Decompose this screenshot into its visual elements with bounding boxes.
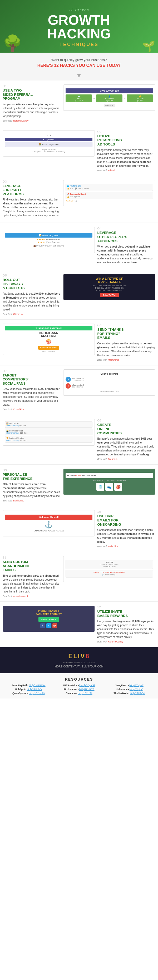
community-post-3: 🏆 Featured Member#brandhashtag · 89 like… [5,436,93,442]
resource-item-3: YangFeast - bit.ly/1TulyeT [105,684,154,687]
ref-send: 📨Sendyour card [65,94,92,102]
facebook-icon[interactable]: f [40,623,45,628]
hack-07-mockup: Copy Followers A @competitor11.2k follow… [63,369,155,396]
resource-item-1: SumoPayRoll - bit.ly/1VPN7OY [4,684,53,687]
resource-link-8[interactable]: bit.ly/1D2zrTL [78,692,93,695]
social-avatar-1: A [65,377,71,382]
resource-link-5[interactable]: bit.ly/1KbGRTi [79,688,94,690]
hack-03-body: Find websites, blogs, directories, apps,… [3,197,61,217]
hack-10-body: Companies that automate lead nurturing e… [97,528,155,544]
ref-logo-mashable: Mashable [104,103,115,107]
hack-08-tool: Best tool: Gleam.io [97,458,155,460]
hack-11-mockup: 10% OFF THERE'S SOMETHINGIN YOUR CART EM… [63,556,155,582]
social-info-1: @competitor11.2k followers [72,377,84,381]
hack-03-section: O3 LEVERAGE3RD PARTYPLATFORMS Find websi… [0,176,158,223]
hack-12-title: UTILIZE INVITEBASED REWARDS [97,609,155,618]
giveaway-mockup: WIN A LIFETIME OFMOVIE TICKETS JOIN OUR … [63,274,155,300]
resource-link-3[interactable]: bit.ly/1TulyeT [129,684,144,687]
resource-label-5: Pitchstarket - [64,688,79,690]
plant-icon: 🌱 [142,40,155,52]
product-3: 🎒 [114,483,122,491]
drip-header: Welcome Aboard! [5,515,93,520]
hack-07-number: O7 [3,369,61,372]
tree-icon: 🌳 [3,34,22,52]
platform-rating: ★★★★★ 4.8 [65,200,153,202]
audience-rating-2: ★★★★☆ Press Coverage [38,241,59,243]
retarget-number: 2.76 [46,134,51,137]
referral-steps: 📨Sendyour card → 👤Your friendsigns up → … [65,94,153,102]
resource-label-9: TheNextWeb - [113,692,130,695]
abandon-email-2: EMAIL: YOU FORGOT SOMETHING! 🛒 Items wai… [65,570,153,578]
retarget-ad-banner: ● Targeted Ad [5,138,93,141]
referral-mockup: Give $20 Get $20 📨Sendyour card → 👤Your … [63,84,155,111]
send-thanks-btn[interactable]: SEND THANKS [42,351,55,353]
audience-followers: 💼 #YOURPRODUCT · 315 following [34,245,64,247]
personalize-name: Brian [75,474,81,477]
hack-08-body: Burberry's ecommerce sales surged 50% ye… [97,437,155,457]
hacks-headline: HERE'S 12 HACKS YOU CAN USE TODAY [8,63,150,68]
hack-12-number: 12 [97,606,155,609]
footer-logo: ELIV8 [5,652,153,660]
invite-mockup: INVITE FRIENDS &EARN FREE PRODUCT SEND T… [3,606,95,632]
audience-rating-1: ★★★★★ Influencer Review [37,239,60,241]
resource-link-7[interactable]: bit.ly/1Q2om79 [29,692,45,695]
hack-11-section: 11 SEND CUSTOMABANDONMENTEMAILS 68% of o… [0,552,158,602]
resource-link-6[interactable]: bit.ly/1YgIgQ [129,688,143,690]
resource-link-9[interactable]: bit.ly/1FH2Qdr [130,692,145,695]
hack-05-section: O5 ROLL OUTGIVEAWAYS& CONTESTS AppSumo w… [0,270,158,320]
hack-01-content: O1 USE A TWOSIDED REFERRALPROGRAM People… [3,84,61,122]
footer-tagline: MANAGEMENT SOLUTIONS [5,661,153,664]
hack-07-tool: Best tool: CrowdFire [3,408,61,410]
hack-08-mockup: 🖼️ User Photo#brandhashtag · 45 likes 📸 … [3,419,95,445]
hack-02-body: Bring visitors back to your website afte… [97,148,155,168]
hack-06-content: O6 SEND "THANKSFOR TRYING"EMAILS Consola… [97,324,155,361]
resource-link-4[interactable]: bit.ly/1PKiGOr [27,688,42,690]
giveaway-enter-btn[interactable]: Enter To Win! [100,293,119,297]
hack-06-body: Consolation prizes are the best way to c… [97,342,155,357]
community-post-2: 📸 Community Post#brandhashtag · 128 like… [5,429,93,435]
hack-12-mockup: INVITE FRIENDS &EARN FREE PRODUCT SEND T… [3,606,95,632]
hack-02-number: O2 [97,130,155,134]
social-profile-2: B @competitor2892 followers [65,383,153,388]
ref-arrow-1: → [93,97,95,100]
header-main-title: GROWTHHACKING [5,13,153,40]
hack-07-section: O7 TARGETCOMPETITORS'SOCIAL FANS Grow yo… [0,366,158,415]
hack-12-section: 12 UTILIZE INVITEBASED REWARDS Harry's w… [0,602,158,647]
hack-08-section: O8 CREATEONLINECOMMUNITIES Burberry's ec… [0,415,158,465]
guest-blog-header: 📝 Guest Blog Post [5,233,93,237]
hack-09-section: O9 PERSONALIZETHE EXPERIENCE 20% of Amaz… [0,465,158,506]
hack-04-number: O4 [97,227,155,230]
resource-label-7: QuickSprout - [13,692,29,695]
footer-url: MORE CONTENT AT : ELIV8YOUR.COM [5,665,153,668]
personalize-msg: Hi there Brian, welcome back! [65,473,153,478]
hack-06-tool: Best tool: MailChimp [97,359,155,361]
community-post-1: 🖼️ User Photo#brandhashtag · 45 likes [5,421,93,428]
resource-item-2: KISSmetrics - kiss.ly/1QpVPi [54,684,104,687]
hack-04-mockup: 📝 Guest Blog Post ★★★★★ Influencer Revie… [3,227,95,253]
twitter-icon[interactable]: t [46,623,51,628]
resource-label-3: YangFeast - [116,684,129,687]
hack-08-content: O8 CREATEONLINECOMMUNITIES Burberry's ec… [97,419,155,460]
hack-05-mockup: WIN A LIFETIME OFMOVIE TICKETS JOIN OUR … [63,274,155,300]
invite-send-btn[interactable]: SEND THANKS [38,617,59,622]
resource-link-2[interactable]: kiss.ly/1QpVPi [79,684,94,687]
ref-both: 💰You bothget $20 [127,94,153,102]
hack-02-section: O2 UTILIZERETARGETINGAD TOOLS Bring visi… [0,126,158,176]
resource-item-5: Pitchstarket - bit.ly/1KbGRTi [54,688,104,690]
footer-brand: ELIV8 MANAGEMENT SOLUTIONS MORE CONTENT … [0,647,158,673]
hack-07-title: TARGETCOMPETITORS'SOCIAL FANS [3,373,61,386]
platform-stats-1: 👍 1.2k💬 340↗ Share [67,188,152,190]
hack-09-title: PERSONALIZETHE EXPERIENCE [3,473,61,480]
hack-01-number: O1 [3,84,61,88]
hack-12-tool: Best tool: ReferralCandy [97,640,155,643]
hack-10-section: 10 USE DRIPEMAILS FORONBOARDING Companie… [0,506,158,552]
resource-link-1[interactable]: bit.ly/1VPN7OY [29,684,46,687]
abandon-cart-label: THERE'S SOMETHINGIN YOUR CART [67,564,152,568]
hack-12-body: Harry's was able to generate 10,000 sign… [97,619,155,639]
hack-02-tool: Best tool: AdRoll [97,169,155,172]
hack-08-number: O8 [97,419,155,422]
googleplus-icon[interactable]: g+ [53,623,57,628]
hack-04-body: When you guest blog, get quality backlin… [97,245,155,264]
subtitle-banner: Want to quickly grow your business? HERE… [0,52,158,70]
hack-11-title: SEND CUSTOMABANDONMENTEMAILS [3,560,61,572]
